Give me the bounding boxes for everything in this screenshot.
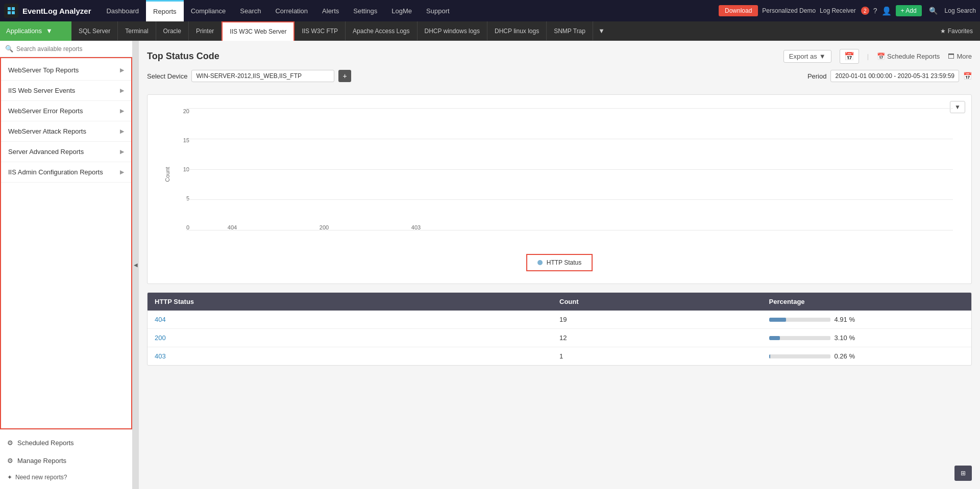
calendar-icon-button[interactable]: 📅 (840, 49, 859, 64)
period-calendar-icon[interactable]: 📅 (963, 72, 972, 80)
log-search-link[interactable]: Log Search (945, 7, 976, 14)
td-percentage-403: 0.26 % (762, 347, 972, 365)
tab-oracle[interactable]: Oracle (156, 21, 189, 41)
progress-bar-fill (769, 354, 770, 358)
corner-button[interactable]: ⊞ (954, 466, 972, 481)
grid-line (186, 139, 953, 139)
more-label: More (957, 53, 972, 60)
nav-settings[interactable]: Settings (346, 0, 384, 21)
legend-label: HTTP Status (547, 259, 581, 266)
bar-404: 404 (217, 222, 248, 230)
sidebar-item-webserver-attack-reports[interactable]: WebServer Attack Reports ▶ (1, 121, 131, 142)
sidebar-collapse-handle[interactable]: ◀ (133, 41, 139, 489)
td-status-403[interactable]: 403 (148, 347, 552, 365)
schedule-reports-button[interactable]: 📅 Schedule Reports (877, 53, 940, 60)
td-percentage-200: 3.10 % (762, 329, 972, 347)
tab-iis-w3c-web-server[interactable]: IIS W3C Web Server (222, 21, 295, 41)
nav-reports[interactable]: Reports (146, 0, 184, 21)
percentage-bar-404: 4.91 % (769, 316, 965, 323)
grid-line (186, 230, 953, 230)
user-icon[interactable]: 👤 (881, 6, 892, 16)
svg-rect-1 (12, 7, 15, 10)
percentage-value-200: 3.10 % (835, 334, 855, 342)
percentage-value-404: 4.91 % (835, 316, 855, 323)
question-icon[interactable]: ? (873, 7, 877, 15)
download-button[interactable]: Download (719, 5, 758, 16)
svg-rect-0 (8, 7, 11, 10)
personalized-demo-link[interactable]: Personalized Demo (762, 7, 816, 14)
export-button[interactable]: Export as ▼ (783, 50, 831, 63)
tab-snmp-trap[interactable]: SNMP Trap (547, 21, 593, 41)
svg-rect-2 (8, 11, 11, 14)
log-receiver-link[interactable]: Log Receiver (820, 7, 856, 14)
sidebar-item-iis-admin-config-reports[interactable]: IIS Admin Configuration Reports ▶ (1, 162, 131, 183)
bar-403: 403 (401, 222, 431, 230)
report-actions: Export as ▼ 📅 | 📅 Schedule Reports 🗖 Mor… (783, 49, 972, 64)
tab-apache-access-logs[interactable]: Apache Access Logs (346, 21, 417, 41)
arrow-icon: ▶ (120, 128, 124, 135)
report-header: Top Status Code Export as ▼ 📅 | 📅 Schedu… (147, 49, 972, 64)
nav-support[interactable]: Support (419, 0, 457, 21)
arrow-icon: ▶ (120, 108, 124, 114)
sidebar-item-server-advanced-reports[interactable]: Server Advanced Reports ▶ (1, 142, 131, 162)
nav-correlation[interactable]: Correlation (268, 0, 315, 21)
tab-dhcp-linux[interactable]: DHCP linux logs (487, 21, 547, 41)
tab-dhcp-windows[interactable]: DHCP windows logs (418, 21, 488, 41)
gear-icon: ⚙ (7, 439, 13, 447)
nav-logme[interactable]: LogMe (384, 0, 419, 21)
search-input[interactable] (16, 45, 127, 53)
td-count-404: 19 (552, 311, 762, 328)
more-icon: 🗖 (948, 53, 954, 60)
svg-rect-3 (12, 11, 15, 14)
sidebar-item-label: WebServer Top Reports (8, 66, 79, 74)
device-select[interactable]: WIN-SERVER-2012,IIS_WEB,IIS_FTP (191, 70, 334, 82)
bar-label-200: 200 (320, 224, 329, 230)
applications-dropdown[interactable]: Applications ▼ (0, 21, 71, 41)
sidebar-item-webserver-error-reports[interactable]: WebServer Error Reports ▶ (1, 101, 131, 121)
manage-reports-label: Manage Reports (17, 457, 66, 465)
device-value: WIN-SERVER-2012,IIS_WEB,IIS_FTP (196, 72, 302, 80)
sidebar-item-webserver-top-reports[interactable]: WebServer Top Reports ▶ (1, 60, 131, 81)
bar-200: 200 (309, 222, 339, 230)
sidebar: 🔍 WebServer Top Reports ▶ IIS Web Server… (0, 41, 133, 489)
table-row: 404 19 4.91 % (148, 311, 971, 329)
td-status-200[interactable]: 200 (148, 329, 552, 347)
applications-label: Applications (6, 27, 42, 35)
table-row: 200 12 3.10 % (148, 329, 971, 347)
nav-search[interactable]: Search (233, 0, 268, 21)
add-button[interactable]: + Add (896, 5, 922, 16)
search-icon[interactable]: 🔍 (929, 7, 938, 15)
manage-reports-link[interactable]: ⚙ Manage Reports (0, 452, 132, 470)
sidebar-item-iis-web-server-events[interactable]: IIS Web Server Events ▶ (1, 81, 131, 101)
tab-sql-server[interactable]: SQL Server (71, 21, 118, 41)
tab-terminal[interactable]: Terminal (118, 21, 156, 41)
td-count-200: 12 (552, 329, 762, 347)
nav-dashboard[interactable]: Dashboard (99, 0, 146, 21)
app-logo: EventLog Analyzer (4, 4, 91, 18)
scheduled-reports-label: Scheduled Reports (17, 439, 74, 447)
device-add-button[interactable]: + (338, 70, 351, 82)
scheduled-reports-link[interactable]: ⚙ Scheduled Reports (0, 434, 132, 452)
grid-line (186, 108, 953, 109)
td-status-404[interactable]: 404 (148, 311, 552, 328)
nav-compliance[interactable]: Compliance (184, 0, 233, 21)
more-tabs-button[interactable]: ▼ (593, 21, 610, 41)
period-row: Period 2020-01-01 00:00:00 - 2020-05-31 … (807, 70, 972, 82)
progress-bar-bg (769, 354, 830, 358)
need-new-reports-link[interactable]: ✦ Need new reports? (0, 470, 132, 485)
tab-iis-w3c-ftp[interactable]: IIS W3C FTP (295, 21, 346, 41)
progress-bar-fill (769, 336, 780, 340)
notification-badge[interactable]: 2 (861, 7, 869, 15)
grid-line (186, 199, 953, 200)
need-reports-label: Need new reports? (15, 474, 67, 481)
nav-alerts[interactable]: Alerts (315, 0, 346, 21)
sidebar-menu: WebServer Top Reports ▶ IIS Web Server E… (0, 57, 132, 429)
bar-label-403: 403 (411, 224, 421, 230)
data-table: HTTP Status Count Percentage 404 19 4.91… (147, 292, 972, 366)
nav-right: Download Personalized Demo Log Receiver … (719, 5, 976, 16)
arrow-icon: ▶ (120, 148, 124, 155)
sub-nav-tabs: SQL Server Terminal Oracle Printer IIS W… (71, 21, 933, 41)
tab-printer[interactable]: Printer (189, 21, 222, 41)
more-button[interactable]: 🗖 More (948, 53, 972, 60)
favorites-button[interactable]: ★ Favorites (933, 21, 980, 41)
